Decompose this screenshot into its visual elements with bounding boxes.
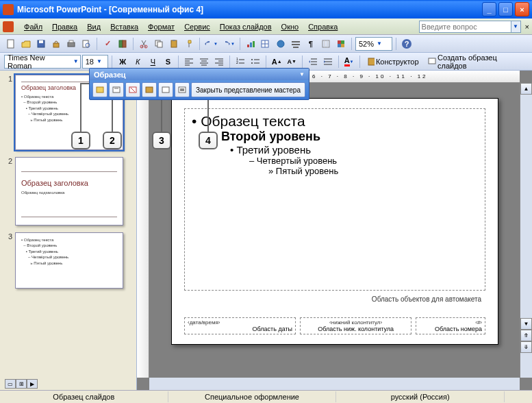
decrease-font-button[interactable]: A▼ xyxy=(285,55,299,69)
view-sorter-button[interactable]: ⊞ xyxy=(16,379,27,389)
scroll-down-button[interactable]: ▼ xyxy=(520,318,532,330)
vertical-scrollbar[interactable]: ▲ ▼ ⤊ ⤋ xyxy=(520,83,532,378)
menu-edit[interactable]: Правка xyxy=(47,21,82,33)
view-show-button[interactable]: ▶ xyxy=(27,379,38,389)
help-search-drop[interactable]: ▼ xyxy=(511,21,521,33)
help-search-input[interactable] xyxy=(419,21,511,33)
master-toolbar-dropdown[interactable]: ▼ xyxy=(299,71,305,77)
svg-point-51 xyxy=(251,59,253,60)
master-btn-1[interactable] xyxy=(92,82,107,97)
menu-window[interactable]: Окно xyxy=(277,21,304,33)
designer-button[interactable]: Конструктор xyxy=(364,55,422,69)
grid-button[interactable] xyxy=(319,37,333,51)
indent-button[interactable] xyxy=(321,55,335,69)
close-button[interactable]: × xyxy=(515,2,529,16)
show-format-button[interactable]: ¶ xyxy=(304,37,318,51)
chart-button[interactable] xyxy=(244,37,257,51)
help-button[interactable]: ? xyxy=(400,37,414,51)
align-left-button[interactable] xyxy=(182,55,196,69)
color-button[interactable] xyxy=(334,37,348,51)
menu-file[interactable]: Файл xyxy=(19,21,47,33)
paste-button[interactable] xyxy=(167,37,181,51)
svg-rect-13 xyxy=(157,42,162,47)
numbering-button[interactable]: 12 xyxy=(233,55,247,69)
master-btn-6[interactable] xyxy=(175,82,190,97)
outdent-button[interactable] xyxy=(306,55,320,69)
svg-rect-23 xyxy=(292,41,300,42)
window-title: Microsoft PowerPoint - [Современный офис… xyxy=(17,5,482,14)
bold-button[interactable]: Ж xyxy=(116,55,129,69)
menu-view[interactable]: Вид xyxy=(82,21,105,33)
increase-font-button[interactable]: A▲ xyxy=(270,55,283,69)
save-button[interactable] xyxy=(34,37,48,51)
menu-tools[interactable]: Сервис xyxy=(179,21,215,33)
thumb-num: 1 xyxy=(5,75,15,150)
bullets-button[interactable] xyxy=(249,55,262,69)
size-combo[interactable]: 18▼ xyxy=(82,55,109,69)
slide-panel: 1 Образец заголовка • Образец текста – В… xyxy=(0,71,137,390)
next-slide-button[interactable]: ⤋ xyxy=(520,341,532,353)
horizontal-scrollbar[interactable] xyxy=(149,378,520,390)
svg-rect-62 xyxy=(429,58,435,64)
shadow-button[interactable]: S xyxy=(161,55,175,69)
master-btn-5[interactable] xyxy=(158,82,173,97)
master-btn-2[interactable] xyxy=(109,82,124,97)
svg-rect-2 xyxy=(39,40,43,43)
research-button[interactable] xyxy=(116,37,129,51)
svg-rect-18 xyxy=(253,41,255,47)
minimize-button[interactable]: _ xyxy=(482,2,496,16)
editor-area: 1 · 2 · 1 · 0 · 1 · 2 · 3 · 4 · 5 · 6 · … xyxy=(137,71,532,390)
print-button[interactable] xyxy=(64,37,78,51)
scroll-up-button[interactable]: ▲ xyxy=(520,83,532,95)
cut-button[interactable] xyxy=(137,37,151,51)
svg-point-22 xyxy=(277,40,284,47)
expand-button[interactable] xyxy=(289,37,303,51)
number-placeholder[interactable]: ‹#› Область номера xyxy=(416,317,485,334)
zoom-combo[interactable]: 52%▼ xyxy=(355,37,392,51)
master-btn-4[interactable] xyxy=(142,82,157,97)
new-button[interactable] xyxy=(4,37,18,51)
master-toolbar-title: Образец xyxy=(94,71,299,79)
underline-button[interactable]: Ч xyxy=(146,55,160,69)
permissions-button[interactable] xyxy=(49,37,63,51)
create-master-button[interactable]: Создать образец слайдов xyxy=(424,55,528,69)
preview-button[interactable] xyxy=(79,37,93,51)
italic-button[interactable]: К xyxy=(131,55,144,69)
font-color-button[interactable]: A▼ xyxy=(342,55,356,69)
master-btn-3[interactable] xyxy=(125,82,140,97)
status-lang[interactable]: русский (Россия) xyxy=(336,391,505,402)
open-button[interactable] xyxy=(19,37,33,51)
view-normal-button[interactable]: ▭ xyxy=(5,379,16,389)
svg-rect-15 xyxy=(173,40,175,41)
font-combo[interactable]: Times New Roman▼ xyxy=(4,55,81,69)
master-toolbar[interactable]: Образец ▼ Закрыть представление мастера xyxy=(89,68,309,100)
svg-point-11 xyxy=(144,45,147,48)
align-right-button[interactable] xyxy=(212,55,226,69)
body-placeholder[interactable]: • Образец текста – Второй уровень • Трет… xyxy=(184,108,485,291)
align-center-button[interactable] xyxy=(197,55,211,69)
footer-placeholder[interactable]: ‹нижний колонтитул› Область ниж. колонти… xyxy=(300,317,411,334)
undo-button[interactable]: ▼ xyxy=(203,37,219,51)
thumbnail-2[interactable]: Образец заголовка Образец подзаголовка xyxy=(15,157,123,225)
thumb-num: 3 xyxy=(5,232,15,289)
close-master-button[interactable]: Закрыть представление мастера xyxy=(191,82,305,97)
maximize-button[interactable]: □ xyxy=(498,2,513,16)
menu-help[interactable]: Справка xyxy=(303,21,342,33)
hyperlink-button[interactable] xyxy=(274,37,288,51)
vertical-ruler[interactable] xyxy=(137,83,149,378)
menu-insert[interactable]: Вставка xyxy=(105,21,143,33)
callout-4: 4 xyxy=(199,132,218,149)
redo-button[interactable]: ▼ xyxy=(220,37,236,51)
spell-button[interactable]: ✓ xyxy=(101,37,114,51)
date-placeholder[interactable]: ‹дата/время› Область даты xyxy=(184,317,296,334)
thumbnail-3[interactable]: • Образец текста – Второй уровень • Трет… xyxy=(15,232,123,289)
slide-canvas[interactable]: • Образец текста – Второй уровень • Трет… xyxy=(171,98,498,345)
menu-format[interactable]: Формат xyxy=(143,21,179,33)
app-icon xyxy=(3,4,14,15)
callout-3: 3 xyxy=(152,132,171,149)
prev-slide-button[interactable]: ⤊ xyxy=(520,330,532,341)
menu-slideshow[interactable]: Показ слайдов xyxy=(215,21,277,33)
format-painter-button[interactable] xyxy=(182,37,196,51)
copy-button[interactable] xyxy=(152,37,166,51)
table-button[interactable] xyxy=(259,37,273,51)
